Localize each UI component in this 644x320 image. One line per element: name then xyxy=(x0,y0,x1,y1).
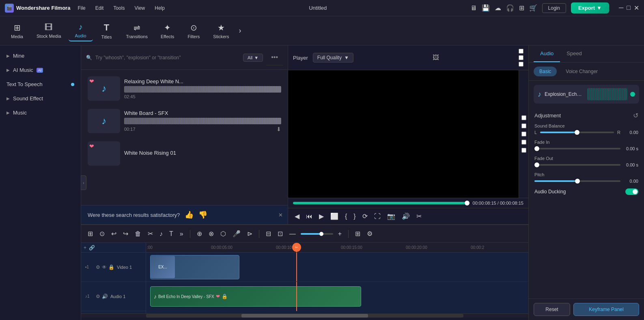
video-track-settings-icon[interactable]: ⚙ xyxy=(96,264,100,270)
quality-select[interactable]: Full Quality ▼ xyxy=(313,53,353,63)
menu-help[interactable]: Help xyxy=(154,4,166,13)
thumbs-up-button[interactable]: 👍 xyxy=(185,210,194,219)
subtab-basic[interactable]: Basic xyxy=(534,67,557,76)
toolbar-titles[interactable]: T Titles xyxy=(95,20,119,42)
crop-button[interactable]: ✂ xyxy=(415,211,423,222)
tab-audio[interactable]: Audio xyxy=(534,45,560,62)
side-check-2[interactable] xyxy=(521,123,526,128)
fullscreen-button[interactable]: ⛶ xyxy=(373,211,382,222)
toolbar-more-arrow[interactable]: › xyxy=(236,24,243,37)
pitch-slider[interactable] xyxy=(534,180,620,182)
scrubber-handle[interactable]: ✂ xyxy=(292,243,301,252)
loop-button[interactable]: ⟳ xyxy=(361,211,369,222)
grid-icon[interactable]: ⊞ xyxy=(519,4,524,12)
login-button[interactable]: Login xyxy=(542,3,566,13)
sidebar-item-music[interactable]: ▶ Music xyxy=(0,106,81,120)
subtab-voice-changer[interactable]: Voice Changer xyxy=(560,67,603,76)
zoom-slider[interactable] xyxy=(301,233,333,235)
step-back-button[interactable]: ⏮ xyxy=(304,211,314,222)
tl-mask-icon[interactable]: ⬡ xyxy=(219,228,228,239)
headphone-icon[interactable]: 🎧 xyxy=(506,4,514,12)
toolbar-effects[interactable]: ✦ Effects xyxy=(155,20,180,41)
keyframe-panel-button[interactable]: Keyframe Panel xyxy=(573,303,639,316)
side-check-5[interactable] xyxy=(521,148,526,153)
add-track-icon[interactable]: + xyxy=(84,245,86,251)
prev-frame-button[interactable]: ◀ xyxy=(293,211,301,222)
more-button[interactable]: ••• xyxy=(266,50,283,65)
search-input[interactable] xyxy=(95,55,240,61)
maximize-icon[interactable]: □ xyxy=(627,4,631,12)
side-check-1[interactable] xyxy=(521,115,526,120)
tl-lasso-icon[interactable]: ⊙ xyxy=(98,228,106,239)
sound-balance-slider[interactable] xyxy=(540,132,614,133)
sidebar-item-text-to-speech[interactable]: Text To Speech xyxy=(0,77,81,91)
tl-layout-icon[interactable]: ⊞ xyxy=(86,228,95,239)
menu-view[interactable]: View xyxy=(134,4,146,13)
sidebar-item-mine[interactable]: ▶ Mine xyxy=(0,49,81,63)
mark-out-button[interactable]: } xyxy=(352,211,357,222)
media-item[interactable]: ❤ ♪ Relaxing Deep White N... 02:45 xyxy=(84,73,284,104)
sidebar-item-sound-effect[interactable]: ▶ Sound Effect xyxy=(0,91,81,106)
adjustment-reset-icon[interactable]: ↺ xyxy=(633,112,638,119)
fade-in-slider[interactable] xyxy=(534,148,620,149)
monitor-icon[interactable]: 🖥 xyxy=(470,4,477,12)
fade-out-slider[interactable] xyxy=(534,164,620,166)
audio-ducking-toggle[interactable] xyxy=(625,188,638,195)
side-check-3[interactable] xyxy=(521,132,526,136)
tl-undo-icon[interactable]: ↩ xyxy=(110,228,118,239)
filter-button[interactable]: All ▼ xyxy=(243,54,263,62)
mark-in-button[interactable]: { xyxy=(343,211,349,222)
tl-grid-icon[interactable]: ⊞ xyxy=(353,228,362,239)
media-item-2[interactable]: ♪ White Board - SFX 00:17 ⬇ xyxy=(84,106,284,136)
reset-button[interactable]: Reset xyxy=(534,303,570,316)
layer-toggle-2[interactable] xyxy=(519,55,523,60)
export-button[interactable]: Export ▼ xyxy=(571,2,609,13)
screenshot-icon[interactable]: 🖼 xyxy=(433,54,439,61)
thumbs-down-button[interactable]: 👎 xyxy=(198,210,207,219)
tl-settings-icon[interactable]: ⚙ xyxy=(365,228,374,239)
audio-track-settings-icon[interactable]: ⚙ xyxy=(96,294,100,299)
toolbar-filters[interactable]: ⊙ Filters xyxy=(181,20,206,41)
stop-button[interactable]: ⬜ xyxy=(329,211,340,222)
tl-zoom-out-icon[interactable]: — xyxy=(288,229,297,239)
audio-track-mute-icon[interactable]: 🔊 xyxy=(102,294,108,299)
tl-delete-icon[interactable]: 🗑 xyxy=(133,229,143,239)
layer-toggle-1[interactable] xyxy=(519,49,523,54)
snapshot-button[interactable]: 📷 xyxy=(386,211,397,222)
video-track-lock-icon[interactable]: 🔒 xyxy=(108,264,114,270)
tl-audio-icon[interactable]: ♪ xyxy=(158,229,164,239)
cloud-icon[interactable]: ☁ xyxy=(495,4,501,12)
video-clip[interactable]: EX... xyxy=(150,255,239,279)
side-check-4[interactable] xyxy=(521,140,526,145)
feedback-close-button[interactable]: ✕ xyxy=(278,212,283,218)
volume-button[interactable]: 🔊 xyxy=(400,211,411,222)
tl-mic-icon[interactable]: 🎤 xyxy=(231,228,242,239)
tl-pip-icon[interactable]: ⊡ xyxy=(276,228,284,239)
minimize-icon[interactable]: ─ xyxy=(619,4,623,12)
download-icon[interactable]: ⬇ xyxy=(276,126,281,132)
cart-icon[interactable]: 🛒 xyxy=(529,4,537,12)
menu-edit[interactable]: Edit xyxy=(95,4,105,13)
link-icon[interactable]: 🔗 xyxy=(89,245,95,251)
sidebar-collapse-button[interactable]: ‹ xyxy=(81,175,86,190)
save-icon[interactable]: 💾 xyxy=(482,4,490,12)
toolbar-transitions[interactable]: ⇌ Transitions xyxy=(121,20,153,41)
clip-toggle-dot[interactable] xyxy=(630,92,635,97)
play-button[interactable]: ▶ xyxy=(317,211,325,222)
tl-cut-icon[interactable]: ✂ xyxy=(146,228,155,239)
tl-marker-icon[interactable]: ⊳ xyxy=(246,228,254,239)
toolbar-stickers[interactable]: ★ Stickers xyxy=(207,20,235,41)
tl-text-icon[interactable]: T xyxy=(168,229,175,239)
tl-overlay-icon[interactable]: ⊗ xyxy=(207,228,215,239)
tl-more-icon[interactable]: » xyxy=(178,229,185,239)
sidebar-item-ai-music[interactable]: ▶ AI Music AI xyxy=(0,63,81,77)
layer-toggle-3[interactable] xyxy=(519,62,523,67)
toolbar-stock-media[interactable]: 🎞 Stock Media xyxy=(31,20,67,41)
menu-tools[interactable]: Tools xyxy=(112,4,125,13)
scrollbar-thumb[interactable] xyxy=(241,314,368,318)
tl-ripple-icon[interactable]: ⊕ xyxy=(195,228,204,239)
audio-clip[interactable]: ♪ Bell Echo In Deep Valley - SFX ❤ 🔒 xyxy=(150,286,361,307)
video-track-eye-icon[interactable]: 👁 xyxy=(102,264,107,270)
menu-file[interactable]: File xyxy=(77,4,86,13)
close-icon[interactable]: ✕ xyxy=(634,4,639,12)
